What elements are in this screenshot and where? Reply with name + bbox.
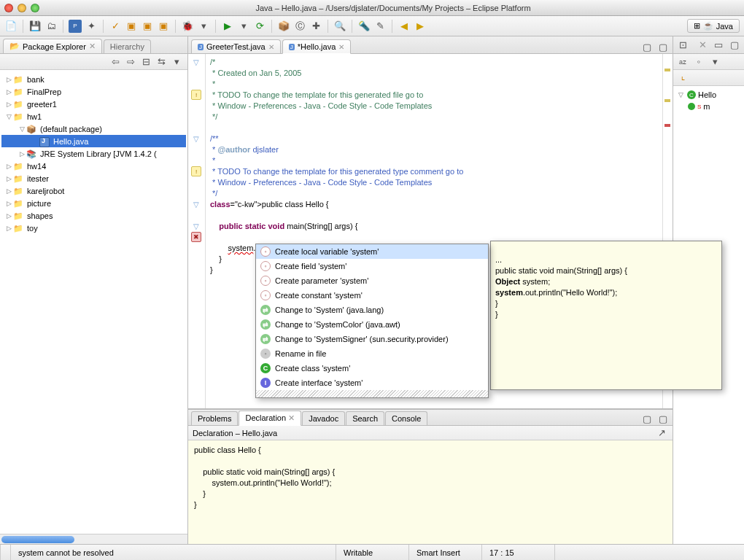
minimize-icon[interactable]: ▭ bbox=[712, 39, 725, 52]
tree-item[interactable]: ▷hw14 bbox=[1, 160, 186, 172]
tree-item[interactable]: ▷itester bbox=[1, 172, 186, 184]
minimize-icon[interactable]: ▢ bbox=[656, 40, 670, 53]
fwd-icon[interactable]: ⇨ bbox=[124, 55, 137, 69]
run-icon[interactable]: ▶ bbox=[221, 20, 234, 33]
quickfix-item[interactable]: ⇄Change to 'SystemColor' (java.awt) bbox=[256, 317, 488, 332]
filter-local-icon[interactable]: ʟ bbox=[676, 71, 689, 85]
quickfix-item[interactable]: ◦Rename in file bbox=[256, 346, 488, 361]
disclosure-triangle-icon[interactable]: ▷ bbox=[4, 200, 13, 207]
window-minimize-button[interactable] bbox=[18, 4, 26, 12]
tree-item[interactable]: ▷toy bbox=[1, 222, 186, 234]
tools-icon[interactable]: ✦ bbox=[85, 20, 98, 33]
back-icon[interactable]: ⇦ bbox=[109, 55, 122, 69]
run-dropdown-icon[interactable]: ▾ bbox=[237, 20, 250, 33]
error-icon[interactable]: ✖ bbox=[191, 232, 201, 242]
open-declaration-icon[interactable]: ↗ bbox=[655, 427, 668, 440]
save-icon[interactable]: 💾 bbox=[28, 20, 42, 33]
menu-icon[interactable]: ▾ bbox=[170, 55, 183, 69]
tree-item[interactable]: ▽hw1 bbox=[1, 110, 186, 122]
debug-icon[interactable]: 🐞 bbox=[181, 20, 194, 33]
quickfix-item[interactable]: ◦Create field 'system' bbox=[256, 259, 488, 273]
fold-icon[interactable]: ▽ bbox=[191, 133, 201, 144]
tree-item[interactable]: ▷FinalPrep bbox=[1, 85, 186, 98]
editor-tab[interactable]: J*Hello.java✕ bbox=[282, 39, 352, 54]
new-package-icon[interactable]: 📦 bbox=[277, 20, 290, 33]
close-icon[interactable]: ✕ bbox=[268, 43, 274, 51]
quickfix-item[interactable]: ⇄Change to 'System' (java.lang) bbox=[256, 303, 488, 317]
maximize-icon[interactable]: ▢ bbox=[656, 412, 670, 425]
tree-item[interactable]: ▷shapes bbox=[1, 209, 186, 222]
pmd-icon[interactable]: P bbox=[69, 20, 82, 33]
sort-icon[interactable]: aᴢ bbox=[676, 55, 689, 69]
quickfix-item[interactable]: ◦Create local variable 'system' bbox=[256, 244, 488, 259]
quickfix-item[interactable]: ⇄Change to 'SystemSigner' (sun.security.… bbox=[256, 332, 488, 346]
build-icon-3[interactable]: ▣ bbox=[157, 20, 170, 33]
disclosure-triangle-icon[interactable]: ▷ bbox=[4, 187, 13, 195]
warning-icon[interactable]: ! bbox=[191, 166, 201, 176]
outline-icon[interactable]: ⊡ bbox=[676, 39, 689, 52]
fold-icon[interactable]: ▽ bbox=[191, 57, 201, 67]
close-icon[interactable]: ✕ bbox=[696, 39, 709, 52]
maximize-icon[interactable]: ▢ bbox=[728, 39, 741, 52]
new-other-icon[interactable]: ✚ bbox=[309, 20, 322, 33]
annotation-icon[interactable]: ✎ bbox=[373, 20, 387, 33]
quickfix-item[interactable]: CCreate class 'system' bbox=[256, 361, 488, 376]
tree-item[interactable]: ▷picture bbox=[1, 197, 186, 209]
tree-item[interactable]: ▷kareljrobot bbox=[1, 184, 186, 197]
check-icon[interactable]: ✓ bbox=[109, 20, 122, 33]
open-type-icon[interactable]: 🔍 bbox=[333, 20, 346, 33]
nav-fwd-icon[interactable]: ▶ bbox=[414, 20, 427, 33]
close-icon[interactable]: ✕ bbox=[89, 42, 96, 51]
perspective-open-icon[interactable]: ⊞ bbox=[694, 21, 700, 31]
bottom-tab-console[interactable]: Console bbox=[385, 411, 427, 425]
outline-class[interactable]: ▽C Hello bbox=[676, 89, 741, 101]
close-icon[interactable]: ✕ bbox=[338, 43, 344, 51]
editor-gutter[interactable]: ▽!▽!▽▽✖ bbox=[188, 54, 206, 408]
bottom-tab-javadoc[interactable]: Javadoc bbox=[302, 411, 345, 425]
save-all-icon[interactable]: 🗂 bbox=[44, 20, 58, 33]
declaration-body[interactable]: public class Hello { public static void … bbox=[188, 440, 673, 544]
resize-handle[interactable] bbox=[256, 390, 488, 397]
quickfix-popup[interactable]: ◦Create local variable 'system'◦Create f… bbox=[255, 244, 489, 398]
package-explorer-tree[interactable]: ▷bank▷FinalPrep▷greeter1▽hw1▽(default pa… bbox=[0, 70, 187, 534]
maximize-icon[interactable]: ▢ bbox=[640, 40, 654, 53]
disclosure-triangle-icon[interactable]: ▷ bbox=[4, 76, 13, 83]
run-last-icon[interactable]: ⟳ bbox=[253, 20, 266, 33]
build-icon-2[interactable]: ▣ bbox=[141, 20, 154, 33]
tree-item[interactable]: ▷greeter1 bbox=[1, 98, 186, 110]
fold-icon[interactable]: ▽ bbox=[191, 221, 201, 231]
new-class-icon[interactable]: Ⓒ bbox=[293, 20, 306, 33]
warning-icon[interactable]: ! bbox=[191, 90, 201, 100]
quickfix-item[interactable]: ICreate interface 'system' bbox=[256, 376, 488, 390]
tab-package-explorer[interactable]: 📂 Package Explorer ✕ bbox=[3, 39, 102, 53]
search-icon[interactable]: 🔦 bbox=[357, 20, 371, 33]
disclosure-triangle-icon[interactable]: ▷ bbox=[4, 88, 13, 96]
new-icon[interactable]: 📄 bbox=[4, 20, 18, 33]
debug-dropdown-icon[interactable]: ▾ bbox=[197, 20, 210, 33]
close-icon[interactable]: ✕ bbox=[286, 413, 295, 422]
fold-icon[interactable]: ▽ bbox=[191, 199, 201, 209]
editor-tab[interactable]: JGreeterTest.java✕ bbox=[191, 39, 281, 53]
bottom-tab-search[interactable]: Search bbox=[346, 411, 384, 425]
tab-hierarchy[interactable]: Hierarchy bbox=[104, 39, 151, 53]
tree-item[interactable]: ▷JRE System Library [JVM 1.4.2 ( bbox=[1, 147, 186, 160]
disclosure-triangle-icon[interactable]: ▷ bbox=[4, 163, 13, 170]
minimize-icon[interactable]: ▢ bbox=[640, 412, 654, 425]
hide-fields-icon[interactable]: ◦ bbox=[692, 55, 705, 69]
perspective-switcher[interactable]: ⊞ ☕ Java bbox=[687, 19, 740, 33]
hide-static-icon[interactable]: ▾ bbox=[708, 55, 721, 69]
window-maximize-button[interactable] bbox=[31, 4, 39, 12]
nav-back-icon[interactable]: ◀ bbox=[398, 20, 411, 33]
bottom-tab-declaration[interactable]: Declaration ✕ bbox=[239, 411, 301, 426]
tree-item[interactable]: ▷bank bbox=[1, 73, 186, 85]
disclosure-triangle-icon[interactable]: ▷ bbox=[4, 101, 13, 108]
disclosure-triangle-icon[interactable]: ▷ bbox=[4, 225, 13, 232]
tree-item[interactable]: Hello.java bbox=[1, 135, 186, 147]
quickfix-item[interactable]: ◦Create constant 'system' bbox=[256, 288, 488, 303]
disclosure-triangle-icon[interactable]: ▷ bbox=[4, 175, 13, 182]
collapse-icon[interactable]: ⊟ bbox=[139, 55, 152, 69]
outline-method[interactable]: S m bbox=[676, 101, 741, 112]
horizontal-scrollbar[interactable] bbox=[0, 534, 187, 544]
tree-item[interactable]: ▽(default package) bbox=[1, 122, 186, 135]
disclosure-triangle-icon[interactable]: ▽ bbox=[18, 125, 26, 133]
